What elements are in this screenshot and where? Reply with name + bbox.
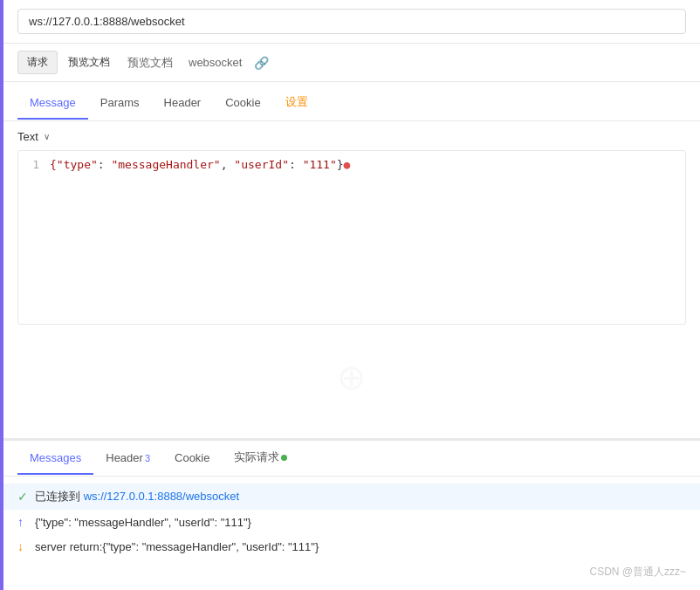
text-selector[interactable]: Text ∨	[17, 130, 686, 143]
sent-icon: ↑	[17, 515, 35, 529]
editor-area: Text ∨ 1 {"type": "messageHandler", "use…	[3, 121, 700, 439]
url-input[interactable]	[17, 9, 686, 34]
message-connected: ✓ 已连接到 ws://127.0.0.1:8888/websocket	[3, 484, 700, 510]
editor-watermark: ⊕	[17, 325, 686, 429]
bottom-tab-header-label: Header	[106, 451, 143, 464]
bottom-tab-cookie[interactable]: Cookie	[162, 442, 222, 475]
link-icon: 🔗	[254, 56, 269, 70]
actual-request-label: 实际请求	[234, 450, 279, 463]
dot-badge	[281, 455, 287, 461]
watermark-text: CSDN @普通人zzz~	[589, 565, 686, 566]
tab-params[interactable]: Params	[88, 87, 152, 120]
connected-url: ws://127.0.0.1:8888/websocket	[84, 490, 240, 503]
tab-api-doc[interactable]: 预览文档	[59, 51, 119, 73]
top-tab-row: 请求 预览文档 预览文档 websocket 🔗	[3, 44, 700, 82]
received-text: server return:{"type": "messageHandler",…	[35, 540, 686, 553]
inner-tab-row: Message Params Header Cookie 设置	[3, 86, 700, 121]
code-line-1: 1 {"type": "messageHandler", "userId": "…	[18, 158, 685, 171]
message-sent: ↑ {"type": "messageHandler", "userId": "…	[3, 510, 700, 534]
connected-text: 已连接到 ws://127.0.0.1:8888/websocket	[35, 489, 686, 504]
tab-websocket[interactable]: websocket	[182, 52, 249, 72]
messages-list: ✓ 已连接到 ws://127.0.0.1:8888/websocket ↑ {…	[3, 477, 700, 566]
tab-cookie[interactable]: Cookie	[213, 87, 272, 120]
text-format-label: Text	[17, 130, 38, 143]
left-accent	[0, 0, 3, 566]
bottom-tab-header[interactable]: Header3	[93, 442, 162, 475]
url-bar	[3, 0, 700, 44]
line-number-1: 1	[18, 158, 50, 171]
sent-text: {"type": "messageHandler", "userId": "11…	[35, 516, 686, 529]
chevron-down-icon: ∨	[44, 132, 50, 141]
line-content-1: {"type": "messageHandler", "userId": "11…	[50, 158, 685, 171]
tab-message[interactable]: Message	[17, 87, 88, 120]
bottom-section: Messages Header3 Cookie 实际请求 ✓ 已连接到 ws:/…	[3, 439, 700, 566]
tab-request[interactable]: 请求	[17, 51, 58, 74]
tab-preview[interactable]: 预览文档	[120, 51, 180, 74]
bottom-tab-row: Messages Header3 Cookie 实际请求	[3, 441, 700, 477]
code-editor[interactable]: 1 {"type": "messageHandler", "userId": "…	[17, 150, 686, 325]
tab-settings[interactable]: 设置	[273, 86, 320, 120]
connected-icon: ✓	[17, 490, 35, 504]
bottom-tab-messages[interactable]: Messages	[17, 442, 93, 475]
tab-header[interactable]: Header	[152, 87, 214, 120]
header-badge: 3	[145, 453, 150, 463]
bottom-tab-actual-request[interactable]: 实际请求	[222, 441, 299, 476]
message-received: ↓ server return:{"type": "messageHandler…	[3, 534, 700, 559]
received-icon: ↓	[17, 539, 35, 553]
